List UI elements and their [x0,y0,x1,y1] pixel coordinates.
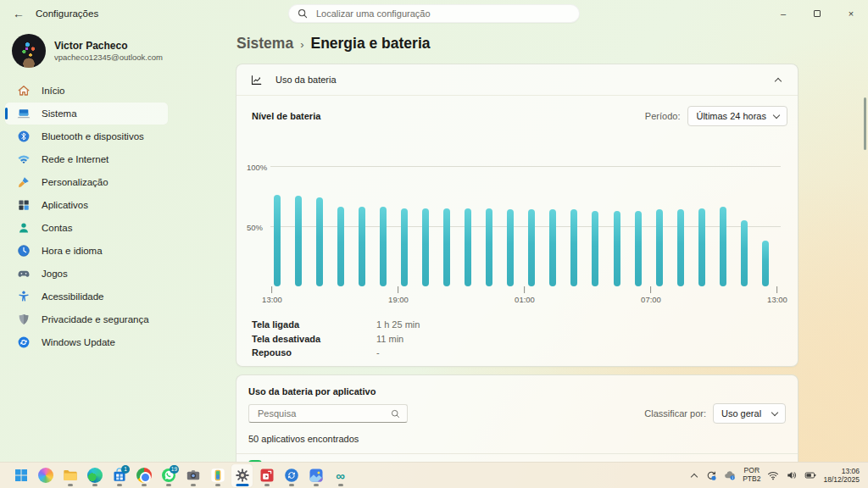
back-button[interactable]: ← [5,2,32,25]
sidebar-item-sistema[interactable]: Sistema [5,103,168,125]
settings-search-input[interactable] [314,8,570,19]
sidebar-item-label: Bluetooth e dispositivos [42,131,144,141]
tick-label: 01:00 [515,295,535,304]
minimize-icon: – [781,8,786,19]
games-icon [17,267,31,280]
back-arrow-icon: ← [13,7,25,20]
taskbar-settings-button[interactable] [231,464,253,487]
wifi-icon[interactable] [767,469,779,481]
taskbar-phone-link-button[interactable] [207,464,228,487]
language-line2: PTB2 [743,475,760,484]
breadcrumb-parent[interactable]: Sistema [236,35,293,53]
home-icon [17,84,31,97]
running-indicator [166,484,171,486]
taskbar-file-explorer-button[interactable] [59,464,81,487]
stat-value: 1 h 25 min [376,319,420,330]
sidebar-item-privacidade[interactable]: Privacidade e segurança [5,308,168,330]
battery-level-bar [614,211,620,286]
window-controls: – × [766,0,868,27]
time: 13:06 [823,467,860,475]
windows-update-icon [17,336,31,349]
sidebar-item-rede[interactable]: Rede e Internet [5,148,168,170]
taskbar-camera-button[interactable] [182,464,203,487]
camera-icon [185,467,202,484]
settings-search-box[interactable] [288,4,580,23]
battery-level-bar [274,195,281,286]
maximize-button[interactable] [800,0,834,27]
taskbar-start-button[interactable] [10,464,31,487]
volume-icon[interactable] [786,469,798,481]
breadcrumb: Sistema › Energia e bateria [236,35,868,53]
scrollbar[interactable] [864,97,866,150]
sidebar-item-windows-update[interactable]: Windows Update [5,331,168,353]
battery-stats: Tela ligada 1 h 25 min Tela desativada 1… [252,318,782,360]
user-profile[interactable]: Victor Pacheco vpacheco12345@outlook.com [12,34,236,68]
sidebar-item-label: Aplicativos [42,200,88,210]
settings-window: ← Configurações – × Victor Pacheco vpach… [0,0,868,488]
search-icon [391,409,400,419]
running-indicator [289,484,294,486]
avatar [12,34,46,68]
period-dropdown[interactable]: Últimas 24 horas [687,106,787,126]
taskbar-chrome-button[interactable] [133,464,154,487]
battery-icon[interactable] [804,469,816,481]
sidebar-item-contas[interactable]: Contas [5,217,168,239]
sidebar-item-acessibilidade[interactable]: Acessibilidade [5,286,168,308]
sidebar-item-inicio[interactable]: Início [5,80,168,102]
battery-level-bar [549,209,556,286]
running-indicator [142,484,147,486]
main-content: Sistema › Energia e bateria Uso da bater… [236,27,868,462]
battery-usage-title: Uso da bateria [275,75,337,85]
sidebar-item-aplicativos[interactable]: Aplicativos [5,194,168,216]
sidebar-item-label: Hora e idioma [42,246,103,256]
sidebar-item-personalizacao[interactable]: Personalização [5,171,168,193]
chrome-icon [136,467,153,484]
privacy-icon [17,313,31,326]
taskbar-copilot-button[interactable] [35,464,56,487]
apps-search-box[interactable] [248,404,408,423]
taskbar-whatsapp-button[interactable]: 19 [158,464,179,487]
taskbar-media-app-button[interactable] [256,464,277,487]
battery-level-bar [677,209,684,286]
stat-label: Tela desativada [252,334,376,344]
taskbar-photos-button[interactable] [305,464,326,487]
taskbar-sync-app-button[interactable] [281,464,302,487]
minimize-button[interactable]: – [766,0,800,27]
taskbar-loop-button[interactable]: ∞ [330,464,351,487]
search-icon [298,8,308,19]
clock[interactable]: 13:06 18/12/2025 [823,467,860,484]
sidebar-item-label: Sistema [42,108,77,119]
tray-sync-icon[interactable] [705,469,717,481]
tick-mark [525,286,526,293]
close-button[interactable]: × [834,0,868,27]
notification-badge: 1 [121,465,130,474]
chevron-down-icon [771,409,778,416]
system-icon [17,107,31,120]
tick-mark [272,286,273,293]
sidebar-item-bluetooth[interactable]: Bluetooth e dispositivos [5,125,168,147]
sort-dropdown[interactable]: Uso geral [713,403,786,424]
language-indicator[interactable]: POR PTB2 [743,467,760,484]
tray-onedrive-icon[interactable] [724,469,736,481]
tick-label: 13:00 [262,295,282,304]
accounts-icon [17,221,31,235]
x-axis-ticks: 13:0019:0001:0007:0013:00 [272,286,777,308]
taskbar-store-button[interactable]: 1 [108,464,130,487]
battery-level-bar [592,211,598,286]
tray-chevron-up-icon[interactable] [691,473,698,480]
sidebar-item-hora-idioma[interactable]: Hora e idioma [5,240,168,262]
date: 18/12/2025 [823,475,860,484]
battery-usage-header[interactable]: Uso da bateria [236,64,798,96]
tick-mark [651,286,652,293]
apps-search-input[interactable] [256,408,391,419]
taskbar-edge-button[interactable] [84,464,105,487]
app-row-whatsapp[interactable]: WhatsApp 26% ··· [248,454,786,462]
battery-level-bar [720,207,726,286]
bluetooth-icon [17,130,31,143]
system-tray: POR PTB2 13:06 18/12/2025 [692,467,868,484]
battery-level-bar [337,207,344,286]
start-icon [13,467,30,484]
collapse-chevron-icon[interactable] [775,77,782,84]
sidebar-item-jogos[interactable]: Jogos [5,263,168,285]
period-value: Últimas 24 horas [696,111,766,121]
